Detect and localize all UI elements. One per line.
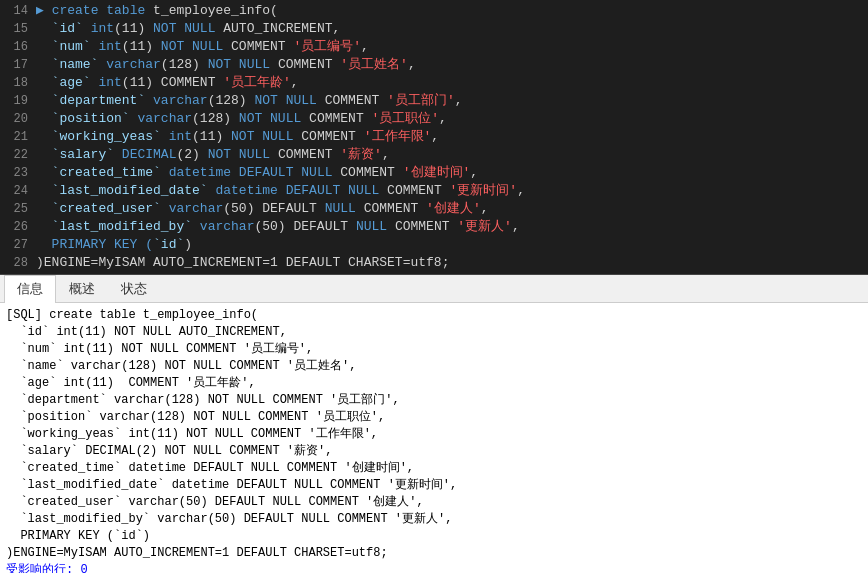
code-token: '工作年限' [364, 129, 432, 144]
code-token: int [91, 21, 114, 36]
code-line: 21 `working_yeas` int(11) NOT NULL COMME… [0, 128, 868, 146]
code-token: varchar [106, 57, 161, 72]
line-content: PRIMARY KEY (`id`) [36, 236, 868, 254]
code-token: , [408, 57, 416, 72]
code-token [161, 165, 169, 180]
line-content: `salary` DECIMAL(2) NOT NULL COMMENT '薪资… [36, 146, 868, 164]
code-token: `name` [36, 57, 98, 72]
code-line: 24 `last_modified_date` datetime DEFAULT… [0, 182, 868, 200]
tab-信息[interactable]: 信息 [4, 275, 56, 303]
tabs-bar: 信息概述状态 [0, 275, 868, 303]
code-token: '员工年龄' [223, 75, 291, 90]
code-token: (128) [192, 111, 239, 126]
line-number: 17 [0, 56, 36, 74]
output-line: `position` varchar(128) NOT NULL COMMENT… [6, 409, 862, 426]
line-number: 28 [0, 254, 36, 272]
output-line: `created_user` varchar(50) DEFAULT NULL … [6, 494, 862, 511]
line-number: 18 [0, 74, 36, 92]
line-number: 22 [0, 146, 36, 164]
code-token: varchar [153, 93, 208, 108]
code-token: COMMENT [356, 201, 426, 216]
code-token: varchar [169, 201, 224, 216]
code-token: NULL [356, 219, 387, 234]
code-token: `salary` [36, 147, 114, 162]
code-token: NOT NULL [254, 93, 316, 108]
code-token: '员工部门' [387, 93, 455, 108]
code-token: NULL [348, 183, 379, 198]
line-content: `created_time` datetime DEFAULT NULL COM… [36, 164, 868, 182]
code-line: 19 `department` varchar(128) NOT NULL CO… [0, 92, 868, 110]
code-token [161, 129, 169, 144]
line-number: 21 [0, 128, 36, 146]
line-content: `last_modified_date` datetime DEFAULT NU… [36, 182, 868, 200]
code-token: '员工姓名' [340, 57, 408, 72]
code-token: `num` [36, 39, 91, 54]
code-token: (50) DEFAULT [254, 219, 355, 234]
code-token: int [98, 75, 121, 90]
code-token: PRIMARY KEY ( [36, 237, 153, 252]
code-token: datetime [169, 165, 231, 180]
line-number: 25 [0, 200, 36, 218]
code-token: , [291, 75, 299, 90]
code-token: varchar [137, 111, 192, 126]
line-content: `working_yeas` int(11) NOT NULL COMMENT … [36, 128, 868, 146]
line-content: ▶ create table t_employee_info( [36, 2, 868, 20]
code-token: (11) COMMENT [122, 75, 223, 90]
line-number: 19 [0, 92, 36, 110]
line-number: 16 [0, 38, 36, 56]
code-token: COMMENT [223, 39, 293, 54]
line-content: )ENGINE=MyISAM AUTO_INCREMENT=1 DEFAULT … [36, 254, 868, 272]
tab-状态[interactable]: 状态 [108, 275, 160, 302]
code-token: `id` [36, 21, 83, 36]
code-token: table [106, 3, 145, 18]
code-token: (11) [192, 129, 231, 144]
code-line: 15 `id` int(11) NOT NULL AUTO_INCREMENT, [0, 20, 868, 38]
tab-概述[interactable]: 概述 [56, 275, 108, 302]
code-token: DEFAULT [231, 165, 301, 180]
code-token: COMMENT [379, 183, 449, 198]
code-token: , [470, 165, 478, 180]
code-token: , [512, 219, 520, 234]
code-token: varchar [200, 219, 255, 234]
code-line: 16 `num` int(11) NOT NULL COMMENT '员工编号'… [0, 38, 868, 56]
code-token: create [52, 3, 99, 18]
code-line: 27 PRIMARY KEY (`id`) [0, 236, 868, 254]
output-line: `age` int(11) COMMENT '员工年龄', [6, 375, 862, 392]
code-token: COMMENT [270, 147, 340, 162]
code-token: NOT NULL [153, 21, 215, 36]
code-token: COMMENT [333, 165, 403, 180]
code-token: NOT NULL [239, 111, 301, 126]
code-token: , [439, 111, 447, 126]
code-token: `id` [153, 237, 184, 252]
code-token: (2) [176, 147, 207, 162]
code-token: (11) [122, 39, 161, 54]
line-number: 20 [0, 110, 36, 128]
code-token: ▶ [36, 3, 52, 18]
code-token [192, 219, 200, 234]
code-token: `created_time` [36, 165, 161, 180]
code-token: '创建人' [426, 201, 481, 216]
code-token: , [431, 129, 439, 144]
code-editor: 14▶ create table t_employee_info(15 `id`… [0, 0, 868, 275]
code-token: (128) [161, 57, 208, 72]
code-token [114, 147, 122, 162]
code-token: COMMENT [301, 111, 371, 126]
code-token: int [98, 39, 121, 54]
code-token: AUTO_INCREMENT, [215, 21, 340, 36]
code-token: `created_user` [36, 201, 161, 216]
output-line: )ENGINE=MyISAM AUTO_INCREMENT=1 DEFAULT … [6, 545, 862, 562]
output-line: `name` varchar(128) NOT NULL COMMENT '员工… [6, 358, 862, 375]
line-number: 15 [0, 20, 36, 38]
code-line: 14▶ create table t_employee_info( [0, 2, 868, 20]
code-token: DECIMAL [122, 147, 177, 162]
line-number: 27 [0, 236, 36, 254]
line-content: `position` varchar(128) NOT NULL COMMENT… [36, 110, 868, 128]
code-token: `last_modified_date` [36, 183, 208, 198]
code-line: 26 `last_modified_by` varchar(50) DEFAUL… [0, 218, 868, 236]
code-line: 25 `created_user` varchar(50) DEFAULT NU… [0, 200, 868, 218]
bottom-panel: 信息概述状态 [SQL] create table t_employee_inf… [0, 275, 868, 573]
code-token: (50) DEFAULT [223, 201, 324, 216]
code-token: (11) [114, 21, 153, 36]
code-token: COMMENT [293, 129, 363, 144]
line-content: `name` varchar(128) NOT NULL COMMENT '员工… [36, 56, 868, 74]
